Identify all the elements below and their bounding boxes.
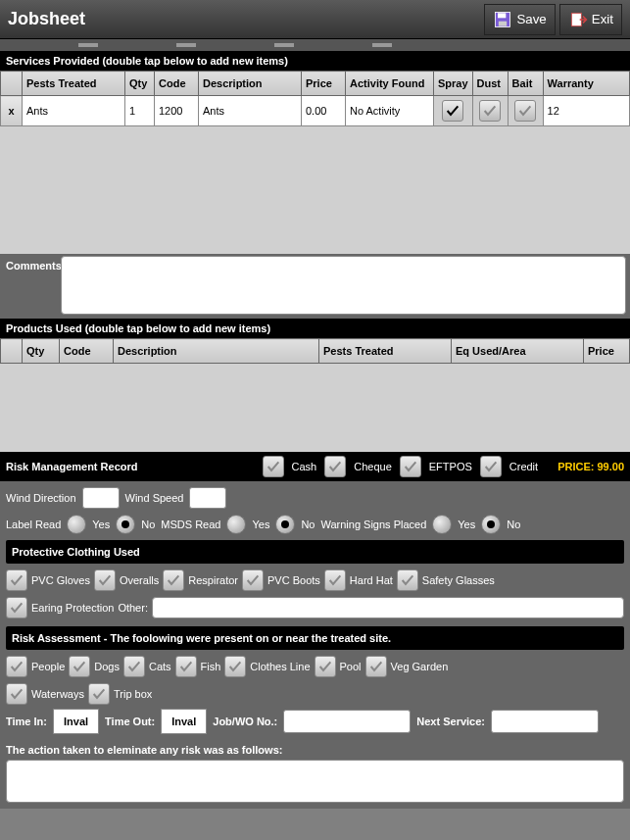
col-warranty: Warranty	[543, 72, 629, 96]
products-heading: Products Used (double tap below to add n…	[0, 319, 630, 338]
cell-desc[interactable]: Ants	[199, 96, 302, 126]
pcol-pests: Pests Treated	[319, 339, 452, 364]
pool-checkbox[interactable]	[315, 656, 336, 677]
action-input[interactable]	[6, 760, 624, 803]
next-label: Next Service:	[416, 716, 485, 727]
msds-read-label: MSDS Read	[161, 519, 220, 530]
cell-pests[interactable]: Ants	[23, 96, 125, 126]
timein-value[interactable]: Inval	[53, 709, 99, 734]
other-input[interactable]	[152, 597, 624, 618]
col-bait: Bait	[508, 72, 543, 96]
water-checkbox[interactable]	[6, 683, 27, 705]
pcol-price: Price	[584, 339, 630, 364]
page-title: Jobsheet	[8, 9, 480, 29]
cell-qty[interactable]: 1	[125, 96, 155, 126]
col-qty: Qty	[125, 72, 155, 96]
eftpos-label: EFTPOS	[429, 461, 472, 472]
cell-warranty[interactable]: 12	[543, 96, 629, 126]
warning-no[interactable]	[481, 515, 501, 534]
warning-yes[interactable]	[432, 515, 452, 534]
comments-input[interactable]	[61, 256, 626, 315]
fish-checkbox[interactable]	[175, 656, 197, 677]
eftpos-checkbox[interactable]	[400, 456, 421, 477]
credit-label: Credit	[509, 461, 538, 472]
cell-dust[interactable]	[472, 96, 508, 126]
service-row[interactable]: x Ants 1 1200 Ants 0.00 No Activity 12	[1, 96, 630, 126]
services-table: Pests Treated Qty Code Description Price…	[0, 71, 630, 126]
dogs-checkbox[interactable]	[69, 656, 90, 677]
products-empty-area[interactable]	[0, 364, 630, 452]
timein-label: Time In:	[6, 716, 47, 727]
col-pests: Pests Treated	[23, 72, 125, 96]
respirator-checkbox[interactable]	[163, 569, 184, 591]
cell-spray[interactable]	[434, 96, 473, 126]
msds-read-yes[interactable]	[226, 515, 246, 534]
label-read-no[interactable]	[116, 515, 135, 534]
people-checkbox[interactable]	[6, 656, 27, 677]
assessment-heading: Risk Assessment - The foolowing were pre…	[6, 626, 624, 650]
pcol-del	[1, 339, 23, 364]
cats-checkbox[interactable]	[123, 656, 145, 677]
timeout-value[interactable]: Inval	[161, 709, 207, 734]
wind-speed-input[interactable]	[189, 487, 226, 509]
services-heading: Services Provided (double tap below to a…	[0, 51, 630, 71]
wind-dir-input[interactable]	[82, 487, 120, 509]
col-code: Code	[155, 72, 199, 96]
label-read-yes[interactable]	[67, 515, 86, 534]
pcol-eq: Eq Used/Area	[452, 339, 584, 364]
exit-button[interactable]: Exit	[559, 4, 622, 35]
wind-dir-label: Wind Direction	[6, 492, 76, 504]
trip-checkbox[interactable]	[88, 683, 110, 705]
boots-checkbox[interactable]	[242, 569, 264, 591]
cheque-label: Cheque	[354, 461, 392, 472]
col-activity: Activity Found	[346, 72, 434, 96]
wind-speed-label: Wind Speed	[125, 492, 184, 504]
risk-heading: Risk Management Record	[6, 461, 137, 472]
col-spray: Spray	[434, 72, 473, 96]
gloves-checkbox[interactable]	[6, 569, 27, 591]
col-price: Price	[302, 72, 346, 96]
cash-label: Cash	[292, 461, 317, 472]
cell-code[interactable]: 1200	[155, 96, 199, 126]
col-desc: Description	[199, 72, 302, 96]
next-input[interactable]	[491, 710, 599, 733]
clothing-heading: Protective Clothing Used	[6, 540, 624, 564]
glasses-checkbox[interactable]	[397, 569, 418, 591]
credit-checkbox[interactable]	[480, 456, 502, 477]
timeout-label: Time Out:	[105, 716, 155, 727]
clothes-checkbox[interactable]	[224, 656, 246, 677]
comments-section: Comments	[0, 254, 630, 319]
cash-checkbox[interactable]	[263, 456, 284, 477]
job-label: Job/WO No.:	[213, 716, 277, 727]
col-dust: Dust	[472, 72, 508, 96]
col-del	[1, 72, 23, 96]
risk-heading-bar: Risk Management Record Cash Cheque EFTPO…	[0, 452, 630, 481]
label-read-label: Label Read	[6, 519, 61, 530]
header-bar: Jobsheet Save Exit	[0, 0, 630, 39]
services-empty-area[interactable]	[0, 126, 630, 254]
products-table: Qty Code Description Pests Treated Eq Us…	[0, 338, 630, 364]
cell-bait[interactable]	[508, 96, 543, 126]
cell-activity[interactable]: No Activity	[346, 96, 434, 126]
msds-read-no[interactable]	[275, 515, 295, 534]
exit-icon	[568, 10, 588, 29]
action-label: The action taken to eleminate any risk w…	[6, 744, 624, 756]
risk-panel: Wind Direction Wind Speed Label Read Yes…	[0, 481, 630, 809]
veg-checkbox[interactable]	[365, 656, 387, 677]
comments-label: Comments	[0, 254, 61, 319]
overalls-checkbox[interactable]	[94, 569, 116, 591]
other-label: Other:	[118, 602, 148, 614]
job-input[interactable]	[283, 710, 411, 733]
pcol-code: Code	[60, 339, 114, 364]
delete-row-button[interactable]: x	[1, 96, 23, 126]
pcol-desc: Description	[114, 339, 319, 364]
svg-rect-1	[498, 13, 506, 18]
hardhat-checkbox[interactable]	[324, 569, 346, 591]
pcol-qty: Qty	[23, 339, 60, 364]
save-button[interactable]: Save	[484, 4, 555, 35]
cell-price[interactable]: 0.00	[302, 96, 346, 126]
save-icon	[493, 10, 512, 29]
earing-checkbox[interactable]	[6, 597, 27, 618]
tabs-indicator	[0, 39, 630, 51]
cheque-checkbox[interactable]	[324, 456, 346, 477]
